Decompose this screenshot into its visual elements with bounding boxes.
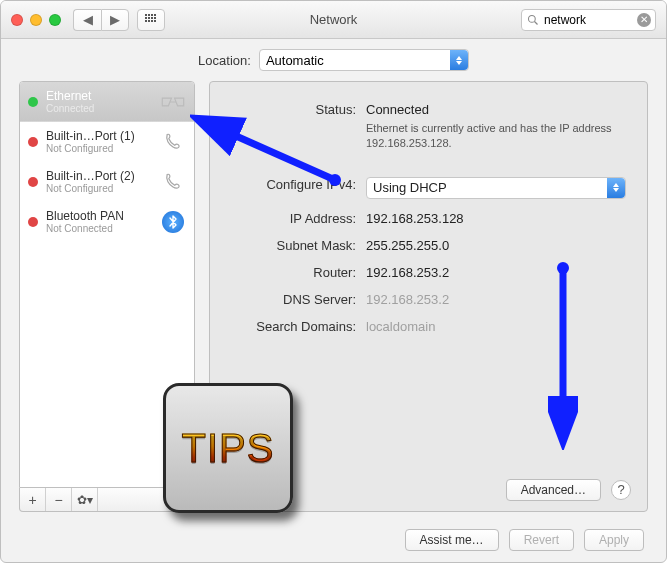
interface-status: Connected [46,103,160,114]
tips-label: TIPS [182,426,275,471]
ip-value: 192.168.253.128 [366,209,631,226]
zoom-icon[interactable] [49,14,61,26]
phone-icon [160,129,186,155]
sidebar-item-serial1[interactable]: Built-in…Port (1) Not Configured [20,122,194,162]
remove-interface-button[interactable]: − [46,488,72,511]
searchdom-value: localdomain [366,317,631,334]
dns-value: 192.168.253.2 [366,290,631,307]
add-interface-button[interactable]: + [20,488,46,511]
revert-button[interactable]: Revert [509,529,574,551]
status-dot-icon [28,137,38,147]
apply-button[interactable]: Apply [584,529,644,551]
location-label: Location: [198,53,251,68]
chevron-updown-icon [607,178,625,198]
status-value: Connected [366,102,631,117]
mask-label: Subnet Mask: [226,236,366,253]
ethernet-icon [160,89,186,115]
svg-line-3 [200,120,335,180]
annotation-arrow-ethernet [190,110,350,190]
interface-name: Built-in…Port (1) [46,129,160,143]
svg-line-1 [535,21,538,24]
svg-point-6 [557,262,569,274]
advanced-button[interactable]: Advanced… [506,479,601,501]
interface-status: Not Configured [46,143,160,154]
svg-point-0 [529,15,536,22]
sidebar-item-serial2[interactable]: Built-in…Port (2) Not Configured [20,162,194,202]
help-button[interactable]: ? [611,480,631,500]
forward-button[interactable]: ▶ [101,9,129,31]
status-dot-icon [28,177,38,187]
chevron-updown-icon [450,50,468,70]
svg-point-4 [329,174,341,186]
window-controls [11,14,61,26]
grid-icon [145,14,157,26]
tips-badge: TIPS [163,383,293,513]
close-icon[interactable] [11,14,23,26]
clear-search-icon[interactable]: ✕ [637,13,651,27]
interface-actions-button[interactable]: ✿▾ [72,488,98,511]
sidebar-item-bluetooth[interactable]: Bluetooth PAN Not Connected [20,202,194,242]
status-description: Ethernet is currently active and has the… [366,121,631,151]
show-all-button[interactable] [137,9,165,31]
interface-name: Ethernet [46,89,160,103]
searchdom-label: Search Domains: [226,317,366,334]
window-title: Network [310,12,358,27]
assist-button[interactable]: Assist me… [405,529,499,551]
configure-ipv4-select[interactable]: Using DHCP [366,177,626,199]
router-value: 192.168.253.2 [366,263,631,280]
titlebar: ◀ ▶ Network ✕ [1,1,666,39]
status-dot-icon [28,217,38,227]
dns-label: DNS Server: [226,290,366,307]
interface-status: Not Connected [46,223,160,234]
location-value: Automatic [266,53,324,68]
footer: Assist me… Revert Apply [1,518,666,562]
back-button[interactable]: ◀ [73,9,101,31]
sidebar-item-ethernet[interactable]: Ethernet Connected [20,82,194,122]
phone-icon [160,169,186,195]
location-row: Location: Automatic [1,39,666,81]
interface-name: Bluetooth PAN [46,209,160,223]
bluetooth-icon [160,209,186,235]
ip-label: IP Address: [226,209,366,226]
minimize-icon[interactable] [30,14,42,26]
interface-name: Built-in…Port (2) [46,169,160,183]
annotation-arrow-advanced [548,260,578,450]
search-input[interactable] [521,9,656,31]
interface-status: Not Configured [46,183,160,194]
location-select[interactable]: Automatic [259,49,469,71]
search-icon [527,14,539,26]
configure-value: Using DHCP [373,180,447,195]
router-label: Router: [226,263,366,280]
status-dot-icon [28,97,38,107]
mask-value: 255.255.255.0 [366,236,631,253]
